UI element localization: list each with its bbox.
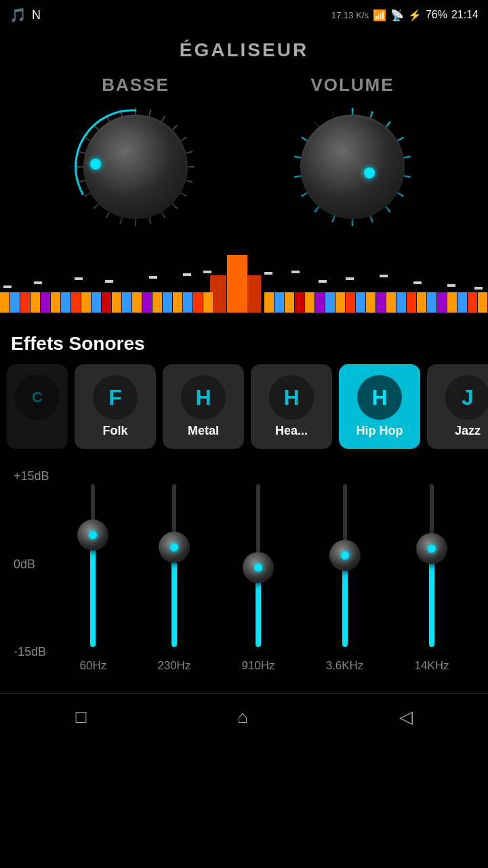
bottom-nav: □ ⌂ ◁	[0, 693, 488, 741]
bass-knob-dot	[90, 159, 101, 170]
svg-rect-87	[478, 292, 487, 313]
page-title: ÉGALISEUR	[0, 30, 488, 68]
svg-rect-74	[346, 292, 355, 313]
genre-icon-partial: C	[15, 375, 60, 420]
bass-knob-container: BASSE	[71, 75, 200, 231]
spectrum-section: // Will be generated inline below	[0, 252, 488, 313]
slider-handle-910hz[interactable]	[243, 552, 274, 583]
volume-knob[interactable]	[288, 102, 417, 231]
slider-handle-230hz[interactable]	[159, 532, 190, 563]
svg-rect-88	[3, 285, 12, 288]
svg-rect-73	[336, 292, 345, 313]
slider-handle-36khz[interactable]	[329, 540, 361, 571]
svg-rect-97	[319, 280, 327, 283]
svg-line-3	[172, 125, 177, 130]
svg-line-8	[181, 193, 187, 197]
svg-line-16	[85, 193, 91, 197]
svg-rect-65	[203, 292, 213, 313]
svg-line-2	[162, 116, 165, 122]
svg-rect-43	[10, 292, 20, 313]
svg-rect-86	[468, 292, 477, 313]
genre-label-folk: Folk	[102, 424, 127, 438]
svg-line-14	[106, 212, 110, 218]
genre-btn-metal[interactable]: H Metal	[163, 364, 244, 449]
svg-line-13	[120, 217, 122, 224]
genre-label-jazz: Jazz	[455, 424, 481, 438]
svg-rect-85	[458, 292, 467, 313]
slider-track-910hz[interactable]	[247, 484, 270, 647]
svg-rect-79	[396, 292, 406, 313]
genre-btn-jazz[interactable]: J Jazz	[427, 364, 488, 449]
svg-rect-63	[183, 292, 192, 313]
charging-icon: ⚡	[408, 9, 422, 22]
knobs-section: BASSE	[0, 68, 488, 245]
eq-band-230hz: 230Hz	[157, 469, 190, 673]
genre-btn-folk[interactable]: F Folk	[75, 364, 156, 449]
svg-rect-95	[264, 272, 272, 275]
freq-label-14khz: 14KHz	[414, 659, 449, 673]
svg-line-5	[186, 151, 192, 153]
svg-rect-70	[305, 292, 314, 313]
svg-rect-89	[34, 281, 42, 284]
genre-btn-partial[interactable]: C	[7, 364, 68, 449]
db-label-mid: 0dB	[14, 557, 49, 572]
svg-rect-45	[30, 292, 40, 313]
genre-icon-metal: H	[181, 375, 226, 420]
svg-line-20	[85, 138, 91, 141]
handle-dot-60hz	[89, 531, 97, 539]
svg-rect-92	[149, 276, 157, 279]
genre-btn-heavy[interactable]: H Hea...	[251, 364, 332, 449]
svg-rect-75	[356, 292, 365, 313]
svg-rect-62	[173, 292, 182, 313]
svg-rect-99	[380, 275, 388, 277]
svg-rect-67	[274, 292, 284, 313]
spectrum-svg: // Will be generated inline below	[0, 252, 488, 313]
slider-handle-60hz[interactable]	[77, 519, 108, 551]
slider-track-36khz[interactable]	[333, 484, 357, 647]
svg-rect-77	[376, 292, 386, 313]
genre-icon-folk: F	[93, 375, 138, 420]
svg-rect-93	[183, 273, 191, 276]
genre-label-metal: Metal	[188, 424, 219, 438]
svg-rect-76	[366, 292, 375, 313]
svg-rect-101	[447, 284, 455, 287]
svg-rect-80	[407, 292, 416, 313]
genre-btn-hiphop[interactable]: H Hip Hop	[339, 364, 420, 449]
slider-track-230hz[interactable]	[163, 484, 186, 647]
svg-rect-55	[132, 292, 142, 313]
effets-title: Effets Sonores	[0, 319, 488, 364]
square-icon: □	[75, 707, 86, 727]
handle-dot-910hz	[254, 564, 262, 572]
svg-rect-64	[193, 292, 203, 313]
bass-label: BASSE	[102, 75, 169, 96]
genre-scroll[interactable]: C F Folk H Metal H Hea... H Hip Hop J Ja…	[0, 364, 488, 456]
svg-rect-96	[291, 271, 300, 273]
svg-rect-72	[325, 292, 335, 313]
nav-home-btn[interactable]: ⌂	[224, 700, 262, 734]
nav-square-btn[interactable]: □	[62, 700, 100, 734]
svg-line-10	[162, 212, 165, 218]
slider-track-14khz[interactable]	[420, 484, 443, 647]
svg-rect-48	[61, 292, 70, 313]
signal-icon: 📡	[390, 9, 404, 22]
genre-label-hiphop: Hip Hop	[357, 424, 403, 438]
genre-icon-jazz: J	[445, 375, 488, 420]
svg-rect-57	[152, 292, 162, 313]
handle-dot-36khz	[341, 551, 349, 559]
svg-rect-59	[227, 255, 247, 313]
slider-track-60hz[interactable]	[81, 484, 104, 647]
genre-label-heavy: Hea...	[275, 424, 308, 438]
svg-rect-46	[41, 292, 50, 313]
freq-label-910hz: 910Hz	[241, 659, 274, 673]
svg-rect-91	[105, 280, 113, 283]
svg-rect-83	[437, 292, 447, 313]
freq-label-230hz: 230Hz	[157, 659, 190, 673]
status-left: 🎵 N	[9, 7, 41, 23]
volume-knob-dot	[364, 167, 375, 178]
bass-knob[interactable]	[71, 102, 200, 231]
volume-knob-body	[300, 115, 405, 219]
svg-line-7	[186, 180, 192, 182]
svg-line-1	[149, 110, 151, 117]
slider-handle-14khz[interactable]	[416, 533, 447, 564]
nav-back-btn[interactable]: ◁	[386, 700, 426, 734]
